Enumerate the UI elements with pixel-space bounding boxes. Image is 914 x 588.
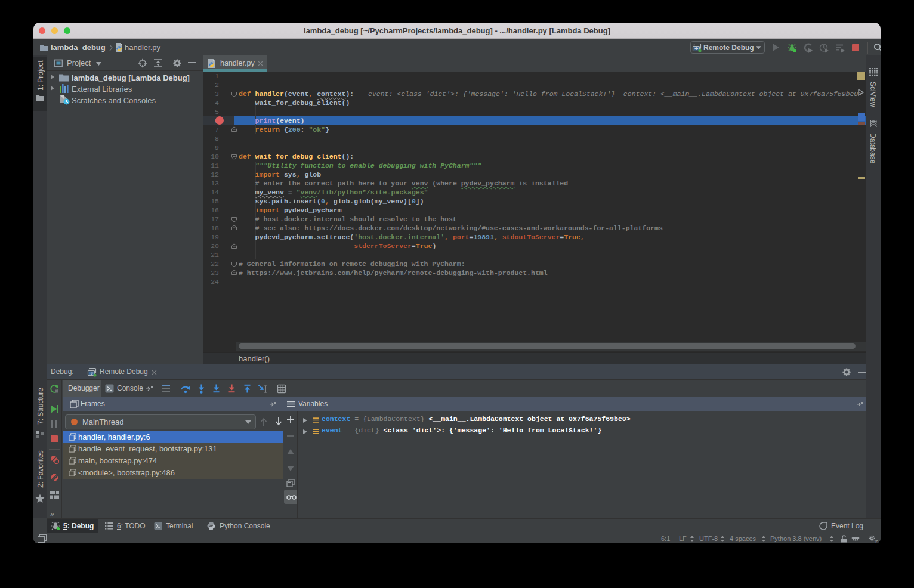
svg-text:?: ? [875,538,878,544]
